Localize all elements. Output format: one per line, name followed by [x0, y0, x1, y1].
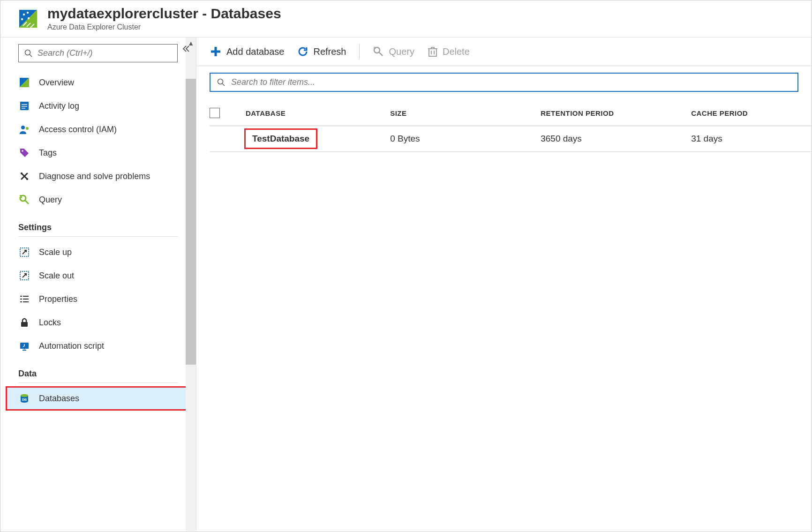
- sidebar-item-overview[interactable]: Overview: [18, 71, 178, 94]
- query-icon: [373, 46, 384, 57]
- sidebar-label: Properties: [39, 294, 77, 304]
- sidebar-label: Activity log: [39, 101, 79, 111]
- lock-icon: [18, 316, 30, 329]
- page-subtitle: Azure Data Explorer Cluster: [47, 23, 802, 31]
- sidebar-label: Query: [39, 195, 62, 205]
- svg-rect-28: [20, 296, 22, 297]
- databases-table: DATABASE SIZE RETENTION PERIOD CACHE PER…: [210, 100, 812, 152]
- svg-line-45: [222, 83, 225, 86]
- sidebar: ▲ Overview Activi: [0, 37, 196, 531]
- svg-text:DB: DB: [22, 398, 27, 401]
- main-panel: Add database Refresh Query Delete: [196, 37, 812, 531]
- svg-rect-16: [22, 108, 25, 109]
- col-header-size[interactable]: SIZE: [390, 100, 541, 126]
- sidebar-label: Databases: [39, 394, 79, 404]
- page-header: mydataexplorercluster - Databases Azure …: [0, 0, 812, 37]
- filter-box[interactable]: [210, 73, 798, 92]
- sidebar-label: Automation script: [39, 341, 104, 351]
- svg-point-20: [21, 172, 23, 174]
- sidebar-label: Overview: [39, 78, 74, 88]
- cluster-logo-icon: [17, 8, 39, 30]
- select-all-checkbox[interactable]: [210, 108, 220, 118]
- col-header-database[interactable]: DATABASE: [246, 100, 390, 126]
- refresh-icon: [297, 46, 308, 57]
- sidebar-item-scale-up[interactable]: Scale up: [18, 240, 178, 264]
- table-row[interactable]: TestDatabase 0 Bytes 3650 days 31 days: [210, 126, 812, 152]
- scrollbar-track[interactable]: ▲: [186, 37, 196, 531]
- sidebar-label: Tags: [39, 148, 57, 158]
- cell-retention: 3650 days: [541, 126, 691, 152]
- access-control-icon: [18, 123, 30, 135]
- col-header-cache[interactable]: CACHE PERIOD: [691, 100, 812, 126]
- svg-rect-43: [429, 49, 436, 56]
- search-icon: [217, 78, 226, 87]
- toolbar: Add database Refresh Query Delete: [196, 37, 812, 66]
- sidebar-item-query[interactable]: Query: [18, 188, 178, 211]
- search-icon: [24, 49, 33, 58]
- query-icon: [18, 194, 30, 206]
- refresh-button[interactable]: Refresh: [297, 46, 346, 57]
- svg-point-39: [374, 47, 380, 53]
- add-database-button[interactable]: Add database: [210, 45, 284, 58]
- svg-rect-31: [23, 299, 29, 300]
- svg-rect-30: [20, 299, 22, 300]
- svg-rect-33: [23, 301, 29, 302]
- sidebar-item-databases[interactable]: DB Databases: [6, 387, 187, 410]
- sidebar-label: Access control (IAM): [39, 125, 117, 135]
- sidebar-item-diagnose[interactable]: Diagnose and solve problems: [18, 165, 178, 188]
- cell-cache: 31 days: [691, 126, 812, 152]
- database-icon: DB: [18, 392, 30, 405]
- delete-icon: [428, 46, 438, 57]
- toolbar-label: Query: [389, 46, 414, 57]
- svg-rect-34: [21, 322, 28, 327]
- toolbar-separator: [359, 44, 360, 59]
- sidebar-item-access-control[interactable]: Access control (IAM): [18, 118, 178, 141]
- svg-point-4: [21, 18, 23, 20]
- svg-point-9: [25, 50, 30, 55]
- sidebar-label: Scale out: [39, 271, 74, 281]
- tags-icon: [18, 147, 30, 159]
- diagnose-icon: [18, 170, 30, 182]
- sidebar-item-locks[interactable]: Locks: [18, 311, 178, 334]
- svg-rect-15: [22, 106, 27, 107]
- svg-rect-32: [20, 301, 22, 302]
- svg-point-22: [20, 195, 26, 201]
- svg-point-2: [23, 14, 25, 15]
- sidebar-search[interactable]: [18, 44, 178, 62]
- svg-rect-24: [20, 195, 22, 196]
- toolbar-label: Delete: [443, 46, 470, 57]
- plus-icon: [210, 45, 222, 58]
- filter-input[interactable]: [231, 77, 791, 87]
- query-button: Query: [373, 46, 414, 57]
- svg-point-5: [28, 17, 30, 19]
- svg-point-44: [218, 79, 223, 84]
- svg-point-3: [27, 12, 29, 14]
- overview-icon: [18, 76, 30, 89]
- sidebar-item-properties[interactable]: Properties: [18, 287, 178, 311]
- delete-button: Delete: [428, 46, 470, 57]
- database-name-link[interactable]: TestDatabase: [246, 130, 316, 148]
- sidebar-item-tags[interactable]: Tags: [18, 141, 178, 165]
- sidebar-item-activity-log[interactable]: Activity log: [18, 94, 178, 118]
- automation-script-icon: [18, 340, 30, 352]
- svg-rect-14: [22, 104, 27, 105]
- page-title: mydataexplorercluster - Databases: [47, 5, 802, 22]
- section-data: Data: [18, 358, 178, 383]
- toolbar-label: Add database: [226, 46, 284, 57]
- col-header-retention[interactable]: RETENTION PERIOD: [541, 100, 691, 126]
- scrollbar-thumb[interactable]: [186, 79, 196, 365]
- svg-rect-42: [374, 48, 376, 49]
- sidebar-item-automation-script[interactable]: Automation script: [18, 334, 178, 358]
- svg-point-19: [22, 150, 23, 152]
- section-settings: Settings: [18, 211, 178, 237]
- svg-point-18: [26, 127, 29, 130]
- svg-point-17: [21, 126, 25, 129]
- sidebar-search-input[interactable]: [38, 48, 172, 58]
- svg-rect-29: [23, 296, 29, 297]
- svg-line-23: [25, 201, 29, 204]
- sidebar-label: Scale up: [39, 247, 72, 257]
- collapse-sidebar-button[interactable]: [181, 44, 190, 53]
- sidebar-item-scale-out[interactable]: Scale out: [18, 264, 178, 287]
- scale-up-icon: [18, 246, 30, 258]
- svg-point-37: [21, 394, 28, 397]
